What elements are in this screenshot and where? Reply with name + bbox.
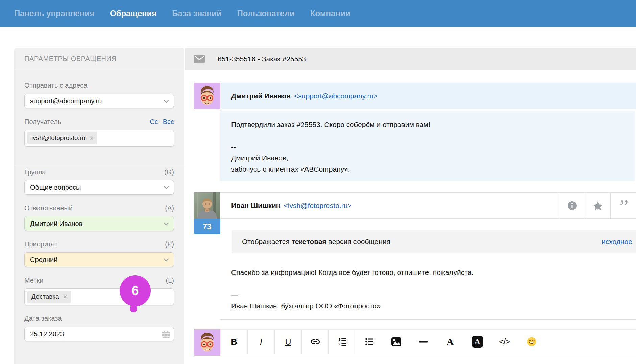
banner-suffix: версия сообщения [326,238,390,245]
chevron-down-icon [164,258,169,262]
underline-button[interactable]: U [275,330,302,354]
ordered-list-icon: 1 2 [338,337,347,346]
ticket-subject-bar: 651-355516 - Заказ #25553 [185,48,636,70]
image-button[interactable] [383,330,410,354]
bcc-link[interactable]: Bcc [163,118,174,126]
italic-button[interactable]: I [248,330,275,354]
quote-button[interactable]: ” [610,193,636,218]
message-1-body: Подтвердили заказ #25553. Скоро соберём … [220,111,635,181]
svg-text:2: 2 [338,342,340,346]
chevron-down-icon [164,222,169,226]
labels-label: Метки [24,277,43,284]
label-tag: Доставка × [27,291,71,303]
cc-link[interactable]: Cc [150,118,158,126]
info-button[interactable] [559,193,585,218]
toolbar-spacer [545,330,636,354]
bold-button[interactable]: B [221,330,248,354]
priority-shortcut: (P) [165,240,174,248]
send-from-label-row: Отправить с адреса [24,82,174,89]
nav-item-dashboard[interactable]: Панель управления [14,9,94,18]
nav-item-knowledge-base[interactable]: База знаний [172,9,221,18]
message-line [231,278,625,289]
message-line: — [231,289,625,300]
nav-item-tickets[interactable]: Обращения [110,9,156,18]
ordered-list-button[interactable]: 1 2 [329,330,356,354]
message-1-email-link[interactable]: <support@abcompany.ru> [294,92,377,100]
order-date-input[interactable]: 25.12.2023 [24,327,174,341]
order-date-label: Дата заказа [24,315,62,322]
priority-value: Средний [30,256,57,264]
highlight-icon: A [472,336,483,348]
group-label-row: Группа (G) [24,168,174,176]
message-line: Дмитрий Иванов, [231,152,624,163]
panel-title: ПАРАМЕТРЫ ОБРАЩЕНИЯ [24,55,117,63]
recipient-tag: ivsh@fotoprosto.ru × [27,132,97,144]
text-color-button[interactable]: A [437,330,464,354]
message-2-body: Спасибо за информацию! Когда все будет г… [220,260,636,320]
star-icon [593,201,603,211]
order-date-label-row: Дата заказа [24,315,174,322]
counter-value: 73 [203,222,212,231]
annotation-badge-6: 6 [120,275,151,306]
info-icon [567,201,577,210]
link-icon [310,337,320,347]
message-line [231,130,624,141]
remove-recipient-icon[interactable]: × [90,135,94,141]
horizontal-rule-icon [419,341,428,343]
highlight-button[interactable]: A [464,330,491,354]
ticket-subject: 651-355516 - Заказ #25553 [218,55,306,63]
group-label: Группа [24,168,46,176]
quote-icon: ” [620,207,627,215]
assignee-select[interactable]: Дмитрий Иванов [24,216,174,231]
priority-select[interactable]: Средний [24,252,174,267]
group-value: Общие вопросы [30,184,81,191]
avatar-agent [194,83,220,109]
avatar-client [194,192,220,219]
remove-label-icon[interactable]: × [63,293,67,300]
emoji-icon [527,337,537,347]
assignee-value: Дмитрий Иванов [30,220,82,228]
nav-item-companies[interactable]: Компании [310,9,350,18]
message-2-author: Иван Шишкин [231,202,280,210]
assignee-label: Ответственный [24,204,73,212]
emoji-button[interactable] [518,330,545,354]
annotation-number: 6 [131,284,139,298]
labels-input[interactable]: Доставка × [24,288,174,305]
priority-label-row: Приоритет (P) [24,240,174,248]
order-date-value: 25.12.2023 [30,330,64,338]
horizontal-rule-button[interactable] [410,330,437,354]
unordered-list-icon [365,337,374,346]
client-ticket-counter[interactable]: 73 [194,219,220,234]
link-button[interactable] [302,330,329,354]
memoji-avatar-icon [194,83,220,109]
star-button[interactable] [585,193,610,218]
recipient-label: Получатель [24,118,61,126]
chevron-down-icon [164,186,169,189]
recipient-label-row: Получатель Cc Bcc [24,118,174,126]
message-2-header: Иван Шишкин <ivsh@fotoprosto.ru> ” [220,192,636,219]
recipient-tag-text: ivsh@fotoprosto.ru [31,134,85,142]
section-divider [14,165,184,165]
panel-header: ПАРАМЕТРЫ ОБРАЩЕНИЯ [14,48,184,70]
image-icon [391,337,401,346]
message-line: Иван Шишкин, бухгалтер ООО «Фотопросто» [231,300,625,311]
top-navbar: Панель управления Обращения База знаний … [0,0,636,27]
avatar-agent-reply [194,329,220,356]
client-photo-avatar [194,192,220,219]
show-original-link[interactable]: исходное [602,238,632,246]
group-shortcut: (G) [164,168,174,176]
helpdesk-app: { "navbar": { "active_index": 1, "items"… [0,0,636,364]
send-from-select[interactable]: support@abcompany.ru [24,94,174,108]
code-button[interactable]: </> [491,330,518,354]
editor-toolbar: B I U 1 2 [220,329,636,354]
labels-label-row: Метки (L) [24,277,174,284]
nav-item-users[interactable]: Пользователи [237,9,295,18]
svg-text:1: 1 [338,338,340,342]
message-2-email-link[interactable]: <ivsh@fotoprosto.ru> [284,202,352,210]
group-select[interactable]: Общие вопросы [24,180,174,195]
priority-label: Приоритет [24,240,58,248]
recipient-input[interactable]: ivsh@fotoprosto.ru × [24,130,174,147]
text-version-banner: Отображается текстовая версия сообщения … [232,230,636,253]
unordered-list-button[interactable] [356,330,383,354]
message-1-header: Дмитрий Иванов <support@abcompany.ru> [220,83,636,109]
